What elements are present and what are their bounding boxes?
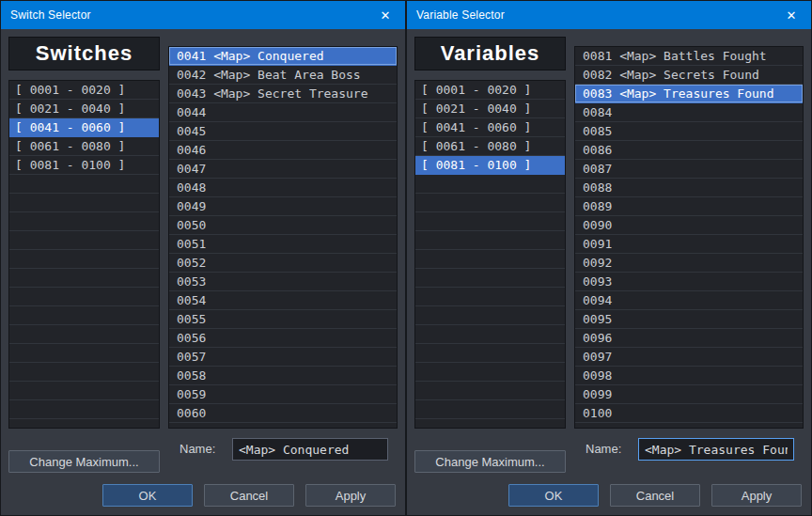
- range-list[interactable]: [ 0001 - 0020 ][ 0021 - 0040 ][ 0041 - 0…: [8, 80, 160, 429]
- apply-button[interactable]: Apply: [305, 484, 396, 507]
- close-icon[interactable]: ✕: [772, 1, 811, 29]
- item-row[interactable]: 0083 <Map> Treasures Found: [575, 85, 803, 103]
- range-row[interactable]: [ 0061 - 0080 ]: [9, 137, 159, 156]
- item-row[interactable]: 0090: [575, 216, 803, 235]
- item-row[interactable]: 0056: [169, 329, 397, 348]
- range-row-empty: [9, 306, 159, 325]
- item-row[interactable]: 0058: [169, 367, 397, 385]
- name-label: Name:: [586, 438, 621, 461]
- range-row-empty: [415, 382, 565, 400]
- range-row-empty: [9, 212, 159, 231]
- window-title: Switch Selector: [1, 8, 91, 22]
- range-row-empty: [415, 400, 565, 419]
- name-label: Name:: [180, 438, 215, 461]
- switch-selector-window: Switch Selector ✕ Switches [ 0001 - 0020…: [0, 0, 406, 516]
- range-row-empty: [415, 212, 565, 231]
- item-row[interactable]: 0099: [575, 385, 803, 404]
- item-row[interactable]: 0049: [169, 197, 397, 216]
- item-row[interactable]: 0091: [575, 235, 803, 254]
- item-row[interactable]: 0051: [169, 235, 397, 254]
- item-row[interactable]: 0045: [169, 122, 397, 141]
- range-row-empty: [415, 250, 565, 269]
- titlebar[interactable]: Variable Selector ✕: [407, 1, 811, 29]
- name-input[interactable]: [638, 438, 794, 461]
- range-row-empty: [415, 231, 565, 250]
- item-list[interactable]: 0041 <Map> Conquered0042 <Map> Beat Area…: [168, 46, 398, 429]
- section-header-label: Variables: [441, 41, 540, 66]
- item-row[interactable]: 0048: [169, 179, 397, 197]
- section-header-label: Switches: [36, 41, 133, 66]
- range-row-empty: [415, 344, 565, 363]
- item-row[interactable]: 0047: [169, 160, 397, 179]
- section-header: Variables: [414, 37, 566, 70]
- range-row[interactable]: [ 0061 - 0080 ]: [415, 137, 565, 156]
- section-header: Switches: [8, 37, 160, 70]
- item-row[interactable]: 0098: [575, 367, 803, 385]
- range-row[interactable]: [ 0081 - 0100 ]: [9, 156, 159, 175]
- range-row[interactable]: [ 0001 - 0020 ]: [415, 81, 565, 100]
- item-row[interactable]: 0085: [575, 122, 803, 141]
- range-row-empty: [9, 175, 159, 194]
- item-row[interactable]: 0054: [169, 291, 397, 310]
- range-row[interactable]: [ 0021 - 0040 ]: [9, 100, 159, 118]
- change-maximum-button[interactable]: Change Maximum...: [414, 450, 566, 473]
- range-row-empty: [415, 175, 565, 194]
- item-row[interactable]: 0052: [169, 254, 397, 273]
- range-row-empty: [9, 194, 159, 212]
- range-row-empty: [415, 288, 565, 306]
- ok-button[interactable]: OK: [508, 484, 599, 507]
- cancel-button[interactable]: Cancel: [204, 484, 294, 507]
- item-row[interactable]: 0081 <Map> Battles Fought: [575, 47, 803, 66]
- range-row[interactable]: [ 0021 - 0040 ]: [415, 100, 565, 118]
- item-row[interactable]: 0094: [575, 291, 803, 310]
- item-row[interactable]: 0041 <Map> Conquered: [169, 47, 397, 66]
- titlebar[interactable]: Switch Selector ✕: [1, 1, 405, 29]
- item-row[interactable]: 0087: [575, 160, 803, 179]
- item-row[interactable]: 0057: [169, 348, 397, 367]
- item-row[interactable]: 0093: [575, 273, 803, 291]
- apply-button[interactable]: Apply: [711, 484, 802, 507]
- range-row-empty: [9, 325, 159, 344]
- item-row[interactable]: 0086: [575, 141, 803, 160]
- item-row[interactable]: 0055: [169, 310, 397, 329]
- cancel-button[interactable]: Cancel: [610, 484, 700, 507]
- range-row-empty: [9, 363, 159, 382]
- name-input[interactable]: [232, 438, 388, 461]
- item-row[interactable]: 0059: [169, 385, 397, 404]
- item-row[interactable]: 0050: [169, 216, 397, 235]
- item-row[interactable]: 0095: [575, 310, 803, 329]
- change-maximum-button[interactable]: Change Maximum...: [8, 450, 160, 473]
- item-row[interactable]: 0084: [575, 103, 803, 122]
- item-row[interactable]: 0053: [169, 273, 397, 291]
- range-row-empty: [9, 382, 159, 400]
- range-row[interactable]: [ 0001 - 0020 ]: [9, 81, 159, 100]
- item-row[interactable]: 0082 <Map> Secrets Found: [575, 66, 803, 85]
- item-row[interactable]: 0092: [575, 254, 803, 273]
- item-row[interactable]: 0097: [575, 348, 803, 367]
- range-row[interactable]: [ 0041 - 0060 ]: [9, 118, 159, 137]
- item-row[interactable]: 0042 <Map> Beat Area Boss: [169, 66, 397, 85]
- close-icon[interactable]: ✕: [366, 1, 405, 29]
- item-row[interactable]: 0089: [575, 197, 803, 216]
- range-row[interactable]: [ 0041 - 0060 ]: [415, 118, 565, 137]
- range-row-empty: [415, 306, 565, 325]
- item-row[interactable]: 0043 <Map> Secret Treasure: [169, 85, 397, 103]
- range-row-empty: [9, 231, 159, 250]
- item-row[interactable]: 0088: [575, 179, 803, 197]
- range-row-empty: [415, 363, 565, 382]
- item-row[interactable]: 0100: [575, 404, 803, 423]
- variable-selector-window: Variable Selector ✕ Variables [ 0001 - 0…: [406, 0, 812, 516]
- range-row-empty: [9, 269, 159, 288]
- item-row[interactable]: 0044: [169, 103, 397, 122]
- item-row[interactable]: 0046: [169, 141, 397, 160]
- screen: Switch Selector ✕ Switches [ 0001 - 0020…: [0, 0, 812, 516]
- item-list[interactable]: 0081 <Map> Battles Fought0082 <Map> Secr…: [574, 46, 804, 429]
- item-row[interactable]: 0060: [169, 404, 397, 423]
- range-row[interactable]: [ 0081 - 0100 ]: [415, 156, 565, 175]
- range-list[interactable]: [ 0001 - 0020 ][ 0021 - 0040 ][ 0041 - 0…: [414, 80, 566, 429]
- ok-button[interactable]: OK: [102, 484, 193, 507]
- range-row-empty: [9, 250, 159, 269]
- range-row-empty: [415, 194, 565, 212]
- item-row[interactable]: 0096: [575, 329, 803, 348]
- window-title: Variable Selector: [407, 8, 505, 22]
